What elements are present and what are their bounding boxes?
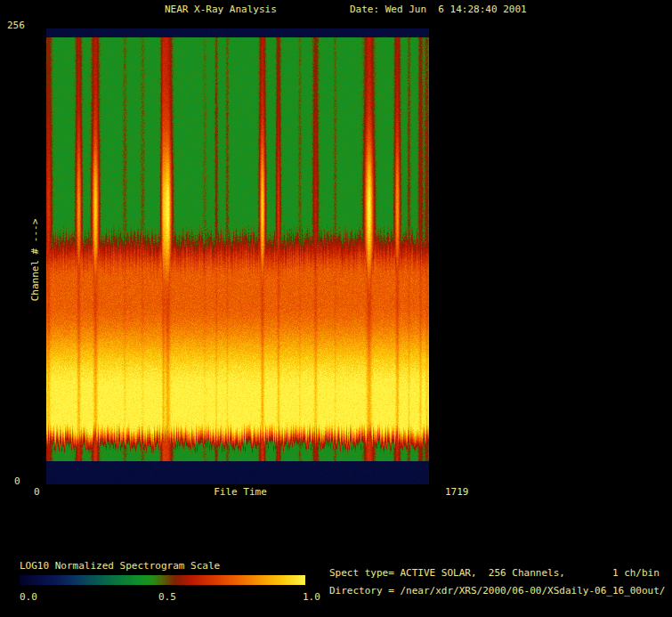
colorbar-gradient: [20, 575, 305, 585]
y-axis-max-label: 256: [7, 20, 25, 31]
date-label: Date: Wed Jun 6 14:28:40 2001: [350, 4, 527, 15]
x-axis-max-label: 1719: [445, 486, 469, 498]
colorbar-tick-max: 1.0: [303, 591, 320, 603]
window-title: NEAR X-Ray Analysis: [165, 4, 277, 15]
spectrogram-plot: [46, 28, 429, 484]
directory-info: Directory = /near/xdr/XRS/2000/06-00/XSd…: [329, 585, 666, 597]
x-axis-title: File Time: [214, 486, 267, 498]
x-axis-min-label: 0: [34, 486, 40, 498]
colorbar-tick-min: 0.0: [20, 591, 37, 603]
near-xray-analysis-window: { "header": { "title": "NEAR X-Ray Analy…: [0, 0, 672, 617]
y-axis-min-label: 0: [14, 475, 20, 487]
y-axis-title: Channel # --->: [29, 219, 41, 302]
colorbar-title: LOG10 Normalized Spectrogram Scale: [20, 560, 220, 572]
spect-type-info: Spect type= ACTIVE SOLAR, 256 Channels, …: [329, 567, 660, 579]
colorbar-tick-mid: 0.5: [158, 591, 176, 603]
